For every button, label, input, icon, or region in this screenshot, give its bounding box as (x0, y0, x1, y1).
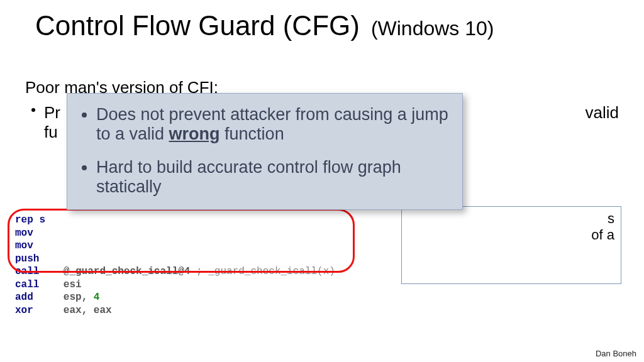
bullet-line2: fu (44, 123, 58, 141)
code-l4-op: push (15, 253, 39, 265)
footer-author: Dan Boneh (596, 349, 636, 358)
code-l6-op: call (15, 279, 39, 290)
bullet-dot (31, 108, 35, 112)
code-l7-op: add (15, 292, 33, 303)
code-l7-arg: esp, (64, 292, 94, 303)
callout-item-1-emph: wrong (169, 124, 220, 143)
callout-box: Does not prevent attacker from causing a… (67, 93, 463, 210)
code-l3-op: mov (15, 240, 33, 251)
code-l8-arg: eax, eax (64, 305, 112, 316)
code-l5-op: call (15, 266, 39, 277)
assembly-code-block: rep s mov mov push call @_guard_check_ic… (15, 201, 335, 317)
callout-item-2: Hard to build accurate control flow grap… (96, 158, 448, 197)
callout-item-1: Does not prevent attacker from causing a… (96, 105, 448, 144)
callout-item-1-post: function (220, 124, 284, 143)
bullet-line1: Pr (44, 103, 60, 122)
side-note-line2: of a (591, 227, 614, 243)
code-l8-op: xor (15, 305, 33, 316)
code-l1-op: rep s (15, 214, 45, 226)
code-l6-arg: esi (64, 279, 82, 290)
code-l5-comment: ; _guard_check_icall(x) (190, 266, 335, 277)
slide-title: Control Flow Guard (CFG) (35, 10, 360, 41)
code-l7-num: 4 (94, 292, 100, 303)
bullet-fragment-left: Pr fu (44, 103, 60, 142)
bullet-fragment-right: valid (586, 103, 619, 123)
side-note-box: s of a (401, 206, 621, 284)
side-note-line1: s (608, 211, 614, 226)
code-l5-arg: @_guard_check_icall@4 (64, 266, 191, 277)
slide-subtitle: (Windows 10) (371, 17, 494, 40)
code-l2-op: mov (15, 228, 33, 239)
